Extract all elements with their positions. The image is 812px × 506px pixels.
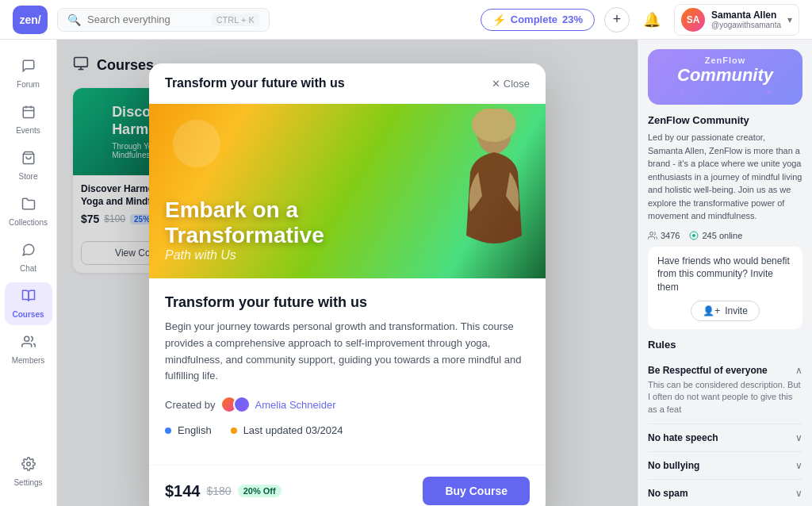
user-menu[interactable]: SA Samanta Allen @yogawithsamanta ▾ xyxy=(674,4,799,36)
complete-percent: 23% xyxy=(562,13,583,25)
person-plus-icon: 👤+ xyxy=(703,305,720,316)
community-description: Led by our passionate creator, Samanta A… xyxy=(648,131,802,223)
sidebar-item-label: Store xyxy=(19,172,38,181)
forum-icon xyxy=(21,59,36,77)
sidebar-item-store[interactable]: Store xyxy=(5,144,52,187)
footer-discount-badge: 20% Off xyxy=(238,485,282,497)
updated-label: Last updated 03/2024 xyxy=(243,424,343,436)
search-shortcut: CTRL + K xyxy=(212,13,259,26)
sidebar-item-forum[interactable]: Forum xyxy=(5,52,52,95)
chevron-down-icon-rule4: ∨ xyxy=(795,488,802,499)
stat-members: 3476 xyxy=(648,231,680,240)
close-label: Close xyxy=(504,78,530,90)
sidebar-item-events[interactable]: Events xyxy=(5,98,52,141)
search-bar[interactable]: 🔍 CTRL + K xyxy=(57,8,270,32)
members-icon xyxy=(21,335,36,353)
modal-overlay: Transform your future with us ✕ Close xyxy=(57,40,638,506)
add-button[interactable]: + xyxy=(604,7,630,33)
rules-section: Rules Be Respectful of everyone ∧ This c… xyxy=(648,339,802,506)
updated-icon xyxy=(231,427,237,434)
meta-row: English Last updated 03/2024 xyxy=(165,424,530,436)
complete-label: Complete xyxy=(511,13,557,25)
invite-text: Have friends who would benefit from this… xyxy=(657,255,793,294)
logo: zen/ xyxy=(13,6,48,34)
creator-avatar-2 xyxy=(233,396,251,413)
search-input[interactable] xyxy=(87,13,205,25)
members-stat-icon xyxy=(648,231,657,240)
sidebar-item-members[interactable]: Members xyxy=(5,328,52,371)
modal-course-title: Transform your future with us xyxy=(165,294,530,311)
complete-button[interactable]: ⚡ Complete 23% xyxy=(481,9,595,31)
events-icon xyxy=(21,105,36,123)
rule-item-2: No hate speech ∨ xyxy=(648,424,802,452)
user-handle: @yogawithsamanta xyxy=(711,21,781,29)
right-sidebar: ZenFlow Community ✦ ✦ ZenFlow Community … xyxy=(638,40,812,506)
sidebar-item-label: Events xyxy=(16,126,40,135)
rule-header-4[interactable]: No spam ∨ xyxy=(648,488,802,499)
creator-avatars xyxy=(220,396,251,413)
community-brand: ZenFlow xyxy=(677,56,773,65)
created-by: Created by Amelia Schneider xyxy=(165,396,530,413)
user-name: Samanta Allen xyxy=(711,10,781,21)
rule-item-1: Be Respectful of everyone ∧ This can be … xyxy=(648,357,802,424)
settings-icon xyxy=(21,457,36,475)
rule-header-1[interactable]: Be Respectful of everyone ∧ xyxy=(648,365,802,376)
language-icon xyxy=(165,427,171,434)
meta-language: English xyxy=(165,424,212,436)
sidebar-item-settings[interactable]: Settings xyxy=(5,450,52,493)
rule-item-3: No bullying ∨ xyxy=(648,452,802,480)
courses-icon xyxy=(21,289,36,307)
star-icon-1: ✦ xyxy=(677,87,685,98)
community-banner-name: Community xyxy=(677,65,773,86)
rule-name-1: Be Respectful of everyone xyxy=(648,365,768,376)
courses-panel: Courses DiscoverHarmony Through Yoga and… xyxy=(57,40,638,506)
buy-course-button[interactable]: Buy Course xyxy=(423,477,530,505)
members-count: 3476 xyxy=(661,231,680,240)
store-icon xyxy=(21,151,36,169)
rule-header-2[interactable]: No hate speech ∨ xyxy=(648,432,802,443)
rule-name-4: No spam xyxy=(648,488,688,499)
rule-name-2: No hate speech xyxy=(648,432,718,443)
created-by-label: Created by xyxy=(165,399,216,411)
sidebar: Forum Events Store Collections Chat xyxy=(0,40,57,506)
rule-item-4: No spam ∨ xyxy=(648,480,802,506)
online-count: 245 online xyxy=(702,231,742,240)
footer-price-current: $144 xyxy=(165,482,201,500)
community-stats: 3476 245 online xyxy=(648,231,802,240)
main-layout: Forum Events Store Collections Chat xyxy=(0,40,812,506)
close-icon: ✕ xyxy=(492,78,500,90)
invite-button[interactable]: 👤+ Invite xyxy=(691,301,760,321)
chevron-up-icon: ∧ xyxy=(795,365,802,376)
invite-box: Have friends who would benefit from this… xyxy=(648,247,802,329)
modal-hero-subtitle: Path with Us xyxy=(165,248,324,263)
collections-icon xyxy=(21,197,36,215)
community-card: ZenFlow Community ✦ ✦ xyxy=(648,49,802,105)
stat-online: 245 online xyxy=(689,231,742,240)
creator-name: Amelia Schneider xyxy=(255,399,336,411)
topbar: zen/ 🔍 CTRL + K ⚡ Complete 23% + 🔔 SA Sa… xyxy=(0,0,812,40)
content-area: Courses DiscoverHarmony Through Yoga and… xyxy=(57,40,812,506)
meta-updated: Last updated 03/2024 xyxy=(231,424,343,436)
rule-header-3[interactable]: No bullying ∨ xyxy=(648,460,802,471)
chat-icon xyxy=(21,243,36,261)
modal-body: Transform your future with us Begin your… xyxy=(149,278,546,465)
avatar: SA xyxy=(681,8,705,32)
sidebar-item-label: Settings xyxy=(13,478,42,487)
sidebar-item-courses[interactable]: Courses xyxy=(5,282,52,325)
sidebar-item-chat[interactable]: Chat xyxy=(5,236,52,279)
modal-footer: $144 $180 20% Off Buy Course xyxy=(149,465,546,506)
footer-price: $144 $180 20% Off xyxy=(165,482,282,500)
svg-rect-0 xyxy=(23,107,34,118)
sidebar-item-collections[interactable]: Collections xyxy=(5,190,52,233)
chevron-down-icon-rule2: ∨ xyxy=(795,432,802,443)
chevron-down-icon-rule3: ∨ xyxy=(795,460,802,471)
sidebar-item-label: Collections xyxy=(9,218,48,227)
modal-close-button[interactable]: ✕ Close xyxy=(492,78,530,90)
svg-point-12 xyxy=(650,232,653,235)
sidebar-item-label: Members xyxy=(12,356,45,365)
rule-name-3: No bullying xyxy=(648,460,699,471)
language-label: English xyxy=(178,424,212,436)
logo-text: zen/ xyxy=(19,13,40,26)
notifications-button[interactable]: 🔔 xyxy=(639,7,665,33)
community-banner: ZenFlow Community ✦ ✦ xyxy=(648,49,802,105)
